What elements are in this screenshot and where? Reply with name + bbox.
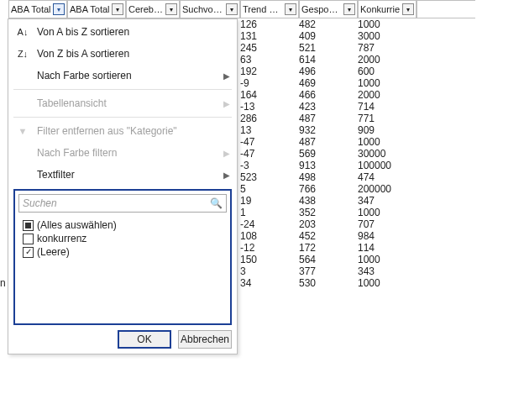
table-cell[interactable]	[417, 42, 475, 54]
table-cell[interactable]: 487	[299, 113, 358, 124]
table-cell[interactable]	[417, 171, 475, 183]
cancel-button[interactable]: Abbrechen	[178, 330, 232, 349]
table-cell[interactable]	[417, 265, 475, 277]
table-cell[interactable]: -47	[240, 148, 299, 160]
sort-by-color-item[interactable]: Nach Farbe sortieren ▶	[8, 65, 237, 87]
table-cell[interactable]: 521	[299, 42, 358, 54]
filter-dropdown-icon[interactable]: ▾	[112, 3, 123, 15]
table-cell[interactable]: 19	[240, 195, 299, 207]
sort-descending-item[interactable]: Z↓ Von Z bis A sortieren	[8, 43, 237, 65]
table-cell[interactable]: 1000	[358, 277, 417, 289]
column-header[interactable]: Trend des▾	[240, 0, 299, 18]
table-cell[interactable]	[417, 77, 475, 89]
filter-dropdown-icon[interactable]: ▾	[53, 3, 65, 15]
table-cell[interactable]: 377	[299, 265, 358, 277]
table-cell[interactable]: 523	[240, 171, 299, 183]
filter-option-select-all[interactable]: (Alles auswählen)	[19, 218, 226, 232]
table-cell[interactable]: 5	[240, 183, 299, 195]
table-cell[interactable]: 30000	[358, 148, 417, 160]
table-cell[interactable]: -24	[240, 218, 299, 230]
table-cell[interactable]: 286	[240, 113, 299, 124]
table-cell[interactable]	[417, 230, 475, 242]
table-cell[interactable]: 984	[358, 230, 417, 242]
table-cell[interactable]	[417, 160, 475, 171]
table-cell[interactable]: 343	[358, 265, 417, 277]
table-cell[interactable]: 347	[358, 195, 417, 207]
sort-ascending-item[interactable]: A↓ Von A bis Z sortieren	[8, 21, 237, 43]
table-cell[interactable]: 932	[299, 124, 358, 136]
table-cell[interactable]: 487	[299, 136, 358, 148]
filter-search-input[interactable]: Suchen 🔍	[18, 194, 227, 213]
table-cell[interactable]: 452	[299, 230, 358, 242]
table-cell[interactable]: 530	[299, 277, 358, 289]
table-cell[interactable]: 203	[299, 218, 358, 230]
ok-button[interactable]: OK	[118, 330, 171, 349]
table-cell[interactable]	[417, 113, 475, 124]
table-cell[interactable]: 466	[299, 89, 358, 101]
table-cell[interactable]: 787	[358, 42, 417, 54]
table-cell[interactable]: 498	[299, 171, 358, 183]
filter-option-leere[interactable]: (Leere)	[19, 245, 226, 259]
column-header[interactable]: Gesponse▾	[299, 0, 358, 18]
table-cell[interactable]: 2000	[358, 89, 417, 101]
table-cell[interactable]: 1000	[358, 254, 417, 265]
table-cell[interactable]: 482	[299, 18, 358, 30]
table-cell[interactable]	[417, 18, 475, 30]
table-cell[interactable]: 1000	[358, 77, 417, 89]
table-cell[interactable]	[417, 207, 475, 218]
table-cell[interactable]: 352	[299, 207, 358, 218]
table-cell[interactable]: 164	[240, 89, 299, 101]
table-cell[interactable]: -9	[240, 77, 299, 89]
table-cell[interactable]: 131	[240, 30, 299, 42]
table-cell[interactable]	[417, 254, 475, 265]
column-header[interactable]: ABA Total▾	[67, 0, 126, 18]
table-cell[interactable]: 909	[358, 124, 417, 136]
table-cell[interactable]: 496	[299, 66, 358, 77]
table-cell[interactable]: 63	[240, 54, 299, 66]
table-cell[interactable]: 1000	[358, 136, 417, 148]
table-cell[interactable]	[417, 30, 475, 42]
column-header[interactable]: Suchvolumen▾	[180, 0, 240, 18]
table-cell[interactable]: 423	[299, 101, 358, 113]
table-cell[interactable]: 3	[240, 265, 299, 277]
table-cell[interactable]: 192	[240, 66, 299, 77]
table-cell[interactable]: 100000	[358, 160, 417, 171]
text-filter-item[interactable]: Textfilter ▶	[8, 164, 237, 186]
table-cell[interactable]: 766	[299, 183, 358, 195]
table-cell[interactable]	[417, 136, 475, 148]
table-cell[interactable]	[417, 148, 475, 160]
table-cell[interactable]: 438	[299, 195, 358, 207]
table-cell[interactable]	[417, 66, 475, 77]
filter-dropdown-icon[interactable]: ▾	[226, 3, 238, 15]
table-cell[interactable]: -47	[240, 136, 299, 148]
table-cell[interactable]: -3	[240, 160, 299, 171]
table-cell[interactable]: 569	[299, 148, 358, 160]
table-cell[interactable]: 600	[358, 66, 417, 77]
filter-dropdown-icon[interactable]: ▾	[402, 3, 414, 15]
table-cell[interactable]: 714	[358, 101, 417, 113]
table-cell[interactable]: 474	[358, 171, 417, 183]
table-cell[interactable]: 707	[358, 218, 417, 230]
table-cell[interactable]: 1000	[358, 18, 417, 30]
table-cell[interactable]: 34	[240, 277, 299, 289]
column-header[interactable]: Cerebro I▾	[126, 0, 180, 18]
filter-option-konkurrenz[interactable]: konkurrenz	[19, 232, 226, 245]
column-header[interactable]: ABA Total▾	[8, 0, 67, 18]
table-cell[interactable]: 150	[240, 254, 299, 265]
table-cell[interactable]: 564	[299, 254, 358, 265]
table-cell[interactable]: 469	[299, 77, 358, 89]
table-cell[interactable]: 108	[240, 230, 299, 242]
table-cell[interactable]: 114	[358, 242, 417, 254]
table-cell[interactable]	[417, 218, 475, 230]
table-cell[interactable]: 614	[299, 54, 358, 66]
table-cell[interactable]	[417, 277, 475, 289]
filter-dropdown-icon[interactable]: ▾	[285, 3, 296, 15]
table-cell[interactable]: -12	[240, 242, 299, 254]
table-cell[interactable]: -13	[240, 101, 299, 113]
table-cell[interactable]: 771	[358, 113, 417, 124]
table-cell[interactable]: 13	[240, 124, 299, 136]
column-header[interactable]: Konkurrie▾	[358, 0, 417, 18]
table-cell[interactable]: 172	[299, 242, 358, 254]
table-cell[interactable]	[417, 242, 475, 254]
table-cell[interactable]	[417, 101, 475, 113]
